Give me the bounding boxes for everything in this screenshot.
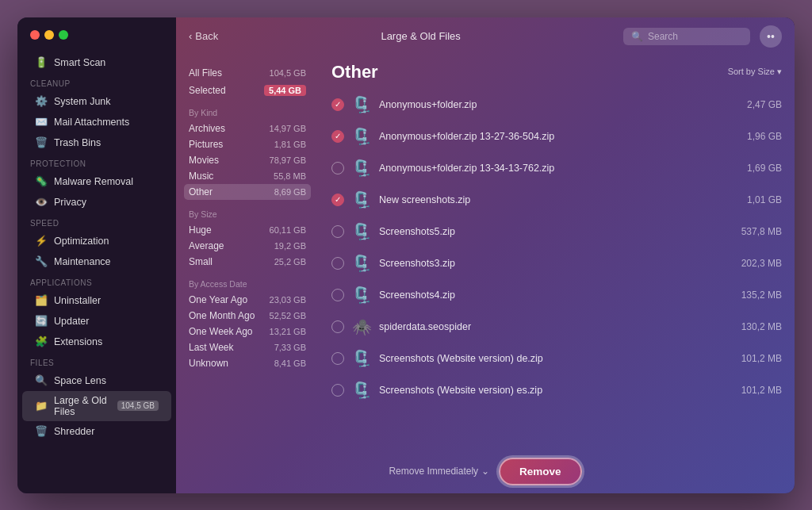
sidebar-item-extensions[interactable]: 🧩 Extensions [22,332,171,352]
sort-button[interactable]: Sort by Size ▾ [728,67,782,77]
minimize-button[interactable] [44,30,54,40]
sidebar-item-label: Updater [54,316,159,327]
filter-last-week[interactable]: Last Week 7,33 GB [189,339,306,355]
sidebar-section-speed: Speed [17,213,176,231]
sidebar-item-label: Shredder [54,426,159,437]
by-size-title: By Size [189,209,306,219]
file-size: 1,96 GB [747,131,782,142]
close-button[interactable] [30,30,40,40]
filter-music[interactable]: Music 55,8 MB [189,168,306,184]
sidebar-item-privacy[interactable]: 👁️ Privacy [22,192,171,213]
search-bar[interactable]: 🔍 [623,28,750,45]
updater-icon: 🔄 [35,315,48,328]
sidebar-item-system-junk[interactable]: ⚙️ System Junk [22,91,171,112]
remove-immediately-button[interactable]: Remove Immediately ⌄ [389,466,489,477]
smart-scan-icon: 🔋 [35,56,48,69]
back-button[interactable]: ‹ Back [189,30,218,42]
sidebar-item-smart-scan[interactable]: 🔋 Smart Scan [22,52,171,73]
maximize-button[interactable] [59,30,68,40]
file-row[interactable]: 🗜️Screenshots5.zip537,8 MB [325,216,788,247]
selected-label: Selected [189,85,226,96]
trash-icon: 🗑️ [35,136,48,149]
filter-movies[interactable]: Movies 78,97 GB [189,152,306,168]
sidebar-item-trash-bins[interactable]: 🗑️ Trash Bins [22,132,171,153]
file-list: 🗜️Anonymous+folder.zip2,47 GB🗜️Anonymous… [319,86,795,450]
file-type-icon: 🗜️ [350,220,373,243]
sidebar-item-label: Smart Scan [54,57,159,68]
file-type-icon: 🗜️ [350,189,373,211]
by-access-title: By Access Date [189,279,306,289]
search-input[interactable] [648,31,742,42]
file-size: 2,47 GB [747,99,782,110]
sidebar-item-uninstaller[interactable]: 🗂️ Uninstaller [22,290,171,311]
file-row[interactable]: 🗜️New screenshots.zip1,01 GB [325,184,788,216]
file-checkbox[interactable] [331,194,344,206]
page-title: Large & Old Files [228,30,614,42]
filter-one-month-ago[interactable]: One Month Ago 52,52 GB [189,308,306,324]
file-row[interactable]: 🗜️Screenshots4.zip135,2 MB [325,279,788,311]
app-window: 🔋 Smart Scan Cleanup ⚙️ System Junk ✉️ M… [17,17,795,493]
filter-selected[interactable]: Selected 5,44 GB [189,82,306,98]
sidebar-item-large-old-files[interactable]: 📁 Large & Old Files 104,5 GB [22,391,171,421]
file-size: 135,2 MB [741,290,782,301]
filter-one-year-ago[interactable]: One Year Ago 23,03 GB [189,292,306,308]
file-size: 130,2 MB [741,321,782,332]
chevron-left-icon: ‹ [189,30,192,42]
remove-button[interactable]: Remove [499,458,582,485]
file-checkbox[interactable] [331,289,344,301]
file-type-icon: 🕷️ [350,316,373,338]
sidebar-item-label: Mail Attachments [54,117,159,128]
file-checkbox[interactable] [331,384,344,397]
shredder-icon: 🗑️ [35,425,48,438]
file-row[interactable]: 🗜️Anonymous+folder.zip 13-27-36-504.zip1… [325,121,788,152]
filter-pictures[interactable]: Pictures 1,81 GB [189,136,306,152]
sidebar-item-label: Space Lens [54,375,159,386]
file-checkbox[interactable] [331,130,344,143]
sidebar-item-updater[interactable]: 🔄 Updater [22,311,171,332]
more-options-button[interactable]: •• [760,25,782,48]
file-checkbox[interactable] [331,225,344,238]
filter-all-files[interactable]: All Files 104,5 GB [189,65,306,81]
file-row[interactable]: 🕷️spiderdata.seospider130,2 MB [325,311,788,343]
file-row[interactable]: 🗜️Screenshots3.zip202,3 MB [325,247,788,279]
filter-small[interactable]: Small 25,2 GB [189,254,306,270]
filter-other[interactable]: Other 8,69 GB [184,184,311,200]
file-checkbox[interactable] [331,257,344,270]
sidebar-item-mail-attachments[interactable]: ✉️ Mail Attachments [22,112,171,132]
sidebar-item-space-lens[interactable]: 🔍 Space Lens [22,370,171,391]
filter-unknown[interactable]: Unknown 8,41 GB [189,355,306,371]
large-files-badge: 104,5 GB [117,401,159,411]
filter-huge[interactable]: Huge 60,11 GB [189,222,306,238]
sidebar-item-maintenance[interactable]: 🔧 Maintenance [22,251,171,272]
filter-archives[interactable]: Archives 14,97 GB [189,121,306,136]
file-size: 537,8 MB [741,226,782,237]
search-icon: 🔍 [631,31,643,42]
file-list-container: Other Sort by Size ▾ 🗜️Anonymous+folder.… [319,56,795,450]
file-row[interactable]: 🗜️Screenshots (Website version) es.zip10… [325,374,788,406]
file-type-icon: 🗜️ [350,347,373,370]
file-row[interactable]: 🗜️Anonymous+folder.zip2,47 GB [325,89,788,121]
file-name: Anonymous+folder.zip 13-27-36-504.zip [379,131,741,142]
file-name: Anonymous+folder.zip [379,99,741,110]
sidebar-item-optimization[interactable]: ⚡ Optimization [22,231,171,251]
file-row[interactable]: 🗜️Screenshots (Website version) de.zip10… [325,343,788,374]
file-checkbox[interactable] [331,320,344,333]
bottom-bar: Remove Immediately ⌄ Remove [176,450,795,493]
sidebar-item-label: Large & Old Files [54,395,111,417]
file-list-title: Other [331,62,378,82]
filter-average[interactable]: Average 19,2 GB [189,238,306,254]
file-row[interactable]: 🗜️Anonymous+folder.zip 13-34-13-762.zip1… [325,152,788,184]
file-name: spiderdata.seospider [379,321,735,332]
file-size: 1,01 GB [747,194,782,205]
file-checkbox[interactable] [331,162,344,174]
back-label: Back [195,30,218,42]
sidebar-item-malware-removal[interactable]: 🦠 Malware Removal [22,171,171,192]
optimization-icon: ⚡ [35,235,48,247]
file-type-icon: 🗜️ [350,94,373,116]
filter-one-week-ago[interactable]: One Week Ago 13,21 GB [189,324,306,339]
sidebar-item-shredder[interactable]: 🗑️ Shredder [22,421,171,442]
file-checkbox[interactable] [331,98,344,111]
file-type-icon: 🗜️ [350,284,373,306]
file-checkbox[interactable] [331,352,344,365]
file-size: 101,2 MB [741,385,782,396]
